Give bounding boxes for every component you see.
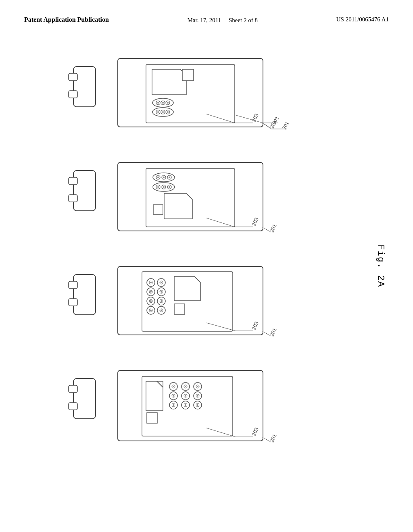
publication-title: Patent Application Publication [24, 16, 109, 23]
svg-point-81 [161, 282, 162, 283]
svg-point-69 [150, 282, 152, 283]
svg-point-114 [173, 404, 174, 406]
svg-rect-35 [69, 195, 77, 202]
svg-rect-99 [69, 403, 77, 410]
svg-text:201: 201 [269, 327, 277, 337]
svg-point-87 [161, 300, 162, 302]
svg-rect-105 [147, 413, 157, 423]
diagram-3-svg: 203 201 [61, 244, 344, 341]
page-header: Patent Application Publication Mar. 17, … [0, 0, 413, 25]
svg-marker-5 [152, 69, 186, 95]
publication-number: US 2011/0065476 A1 [336, 16, 389, 23]
svg-rect-91 [174, 304, 185, 314]
svg-point-111 [173, 395, 174, 397]
svg-rect-2 [69, 91, 77, 98]
svg-rect-7 [182, 69, 194, 81]
svg-point-78 [150, 310, 152, 311]
svg-point-51 [169, 186, 170, 188]
diagram-3: 203 201 [61, 244, 352, 341]
diagram-2-svg: 203 201 [61, 140, 344, 237]
svg-point-75 [150, 300, 152, 302]
svg-point-90 [161, 310, 162, 311]
svg-marker-102 [146, 381, 163, 411]
svg-point-10 [157, 102, 159, 104]
diagram-4-svg: 203 201 [61, 348, 344, 449]
svg-rect-62 [69, 299, 77, 306]
svg-point-12 [162, 102, 164, 104]
diagram-1-svg: 203 201 203 201 [61, 36, 344, 133]
svg-point-129 [197, 395, 198, 397]
svg-rect-98 [69, 385, 77, 393]
svg-rect-0 [73, 66, 96, 107]
svg-point-19 [162, 111, 164, 113]
svg-point-21 [167, 111, 169, 113]
diagram-4: 203 201 [61, 348, 352, 449]
svg-rect-34 [69, 177, 77, 185]
diagrams-container: 203 201 203 201 [0, 36, 413, 456]
svg-rect-61 [69, 281, 77, 289]
pub-date: Mar. 17, 2011 [188, 17, 221, 23]
svg-point-84 [161, 291, 162, 293]
svg-text:201: 201 [269, 433, 277, 443]
svg-rect-54 [153, 205, 163, 214]
svg-rect-1 [69, 73, 77, 81]
fig-label: Fig. 2A [375, 245, 385, 287]
svg-point-123 [185, 404, 186, 406]
svg-point-132 [197, 404, 198, 406]
svg-point-117 [185, 386, 186, 387]
publication-date-sheet: Mar. 17, 2011 Sheet 2 of 8 [188, 16, 258, 25]
svg-point-120 [185, 395, 186, 397]
svg-point-44 [169, 177, 170, 178]
svg-point-42 [163, 177, 165, 178]
sheet-info: Sheet 2 of 8 [229, 17, 258, 23]
svg-point-72 [150, 291, 152, 293]
svg-rect-97 [73, 378, 96, 419]
svg-point-49 [163, 186, 165, 188]
svg-rect-60 [73, 274, 96, 315]
svg-point-40 [157, 177, 159, 178]
svg-point-126 [197, 386, 198, 387]
svg-rect-33 [73, 170, 96, 211]
svg-marker-65 [174, 276, 200, 301]
diagram-1: 203 201 203 201 [61, 36, 352, 133]
diagram-2: 203 201 [61, 140, 352, 237]
svg-text:201: 201 [269, 223, 277, 233]
svg-marker-52 [164, 193, 192, 219]
svg-point-108 [173, 386, 174, 387]
svg-point-14 [167, 102, 169, 104]
svg-point-17 [157, 111, 159, 113]
svg-point-47 [157, 186, 159, 188]
